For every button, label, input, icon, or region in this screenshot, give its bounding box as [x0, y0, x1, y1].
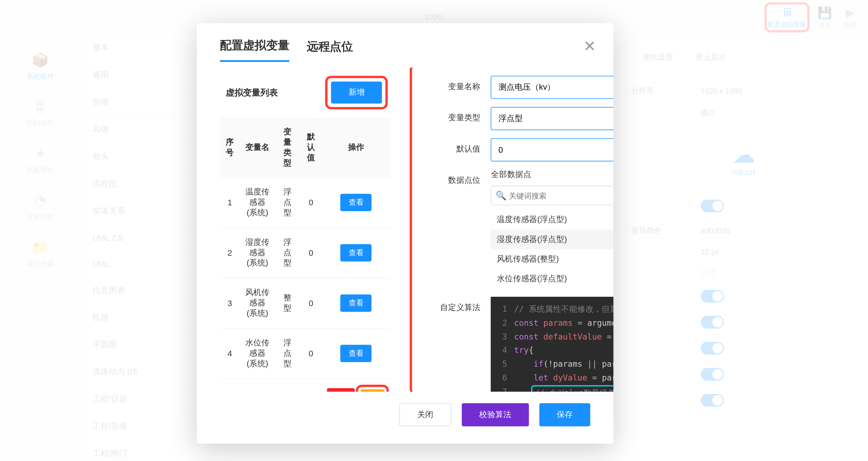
- data-points-label: 数据点位: [422, 169, 491, 186]
- footer-save-button[interactable]: 保存: [539, 403, 590, 426]
- view-button[interactable]: 查看: [340, 345, 372, 362]
- search-icon: 🔍: [496, 190, 506, 201]
- algorithm-label: 自定义算法: [422, 297, 491, 313]
- var-default-input[interactable]: [491, 138, 613, 161]
- algorithm-editor[interactable]: 1// 系统属性不能修改，但属性值原路返回2const params = arg…: [491, 297, 613, 391]
- col-index: 序号: [220, 117, 240, 177]
- col-type: 变量类型: [275, 117, 300, 177]
- vars-table: 序号 变量名 变量类型 默认值 操作 1温度传感器(系统)浮点型0查看2湿度传感…: [220, 117, 390, 391]
- footer-verify-button[interactable]: 校验算法: [462, 403, 529, 426]
- data-point-item[interactable]: 水位传感器(浮点型): [491, 269, 613, 289]
- table-row: 1温度传感器(系统)浮点型0查看: [220, 178, 390, 228]
- data-point-item[interactable]: 风机传感器(整型): [491, 250, 613, 269]
- virtual-vars-list-pane: 虚拟变量列表 新增 序号 变量名 变量类型 默认值 操作 1温度传感器(系统)浮…: [220, 68, 390, 391]
- var-type-label: 变量类型: [422, 107, 491, 123]
- settings-button[interactable]: 设置: [360, 389, 384, 391]
- var-default-label: 默认值: [422, 138, 491, 154]
- tab-config-virtual-vars[interactable]: 配置虚拟变量: [220, 38, 289, 62]
- table-row: 4水位传感器(系统)浮点型0查看: [220, 328, 390, 378]
- view-button[interactable]: 查看: [340, 244, 372, 262]
- config-vars-modal: 配置虚拟变量 远程点位 ✕ 虚拟变量列表 新增 序号 变量名 变量类型 默认值 …: [197, 23, 613, 443]
- view-button[interactable]: 查看: [340, 295, 372, 312]
- table-row: 2湿度传感器(系统)浮点型0查看: [220, 228, 390, 278]
- data-point-item[interactable]: 温度传感器(浮点型): [491, 210, 613, 230]
- tab-remote-points[interactable]: 远程点位: [307, 38, 353, 61]
- table-row: 5虚拟变量4整型0删除 设置: [220, 378, 390, 392]
- var-name-label: 变量名称: [422, 76, 491, 92]
- view-button[interactable]: 查看: [340, 194, 372, 211]
- footer-close-button[interactable]: 关闭: [399, 403, 452, 426]
- var-name-input[interactable]: [491, 76, 613, 99]
- var-type-select[interactable]: [491, 107, 613, 130]
- data-point-search[interactable]: [491, 186, 613, 205]
- data-point-item[interactable]: 湿度传感器(浮点型): [491, 230, 613, 250]
- list-title: 虚拟变量列表: [226, 87, 278, 98]
- modal-footer: 关闭 校验算法 保存: [197, 392, 613, 444]
- add-button[interactable]: 新增: [331, 82, 382, 104]
- close-icon[interactable]: ✕: [583, 38, 596, 56]
- modal-header: 配置虚拟变量 远程点位 ✕: [197, 23, 613, 68]
- col-name: 变量名: [240, 117, 275, 177]
- all-data-points: 全部数据点 🔍 温度传感器(浮点型)湿度传感器(浮点型)风机传感器(整型)水位传…: [491, 169, 613, 289]
- col-ops: 操作: [322, 117, 390, 177]
- col-default: 默认值: [300, 117, 322, 177]
- var-edit-form: 变量名称 变量类型 ▾ 默认值 ▲▼ 数据点位: [413, 68, 613, 391]
- delete-button[interactable]: 删除: [327, 388, 354, 391]
- table-row: 3风机传感器(系统)整型0查看: [220, 278, 390, 328]
